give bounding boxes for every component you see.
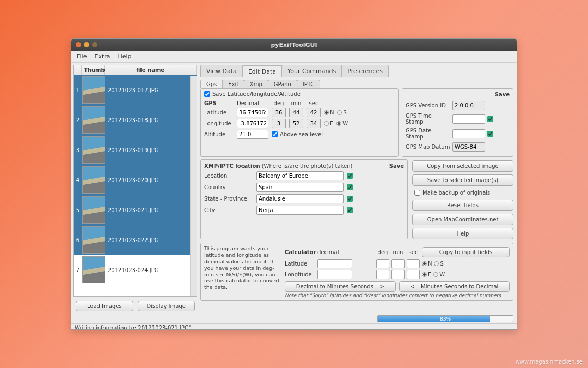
thumbnail-icon: [82, 76, 105, 104]
save-location-checkbox[interactable]: [347, 173, 353, 179]
thumbnail-icon: [82, 256, 105, 283]
calculator-group: This program wants your latitude and lon…: [200, 243, 513, 301]
backup-checkbox[interactable]: [414, 190, 420, 196]
calculator-note: Note that "South" latitudes and "West" l…: [285, 293, 510, 298]
save-ds-checkbox[interactable]: [487, 131, 493, 137]
dec-to-dms-button[interactable]: Decimal to Minutes-Seconds =>: [285, 281, 396, 292]
table-row[interactable]: 720121023-024.JPG: [74, 255, 197, 285]
display-image-button[interactable]: Display Image: [138, 301, 195, 311]
lon-w-radio[interactable]: W: [336, 120, 348, 126]
lon-deg[interactable]: [272, 119, 286, 128]
gps-timestamp-input[interactable]: [452, 114, 485, 124]
window-title: pyExifToolGUI: [271, 41, 317, 49]
subtab-gpano[interactable]: GPano: [268, 80, 297, 88]
table-row[interactable]: 520121023-021.JPG: [74, 195, 197, 225]
app-window: pyExifToolGUI File Extra Help Thumb file…: [71, 38, 517, 330]
page-credit: www.magasinmacken.se: [516, 359, 583, 365]
gps-datum-input[interactable]: [452, 142, 485, 152]
calc-lat-min[interactable]: [391, 259, 405, 268]
lat-sec[interactable]: [307, 108, 321, 117]
dms-to-dec-button[interactable]: <= Minutes-Seconds to Decimal: [399, 281, 510, 292]
save-state-checkbox[interactable]: [347, 196, 353, 202]
open-mapcoords-button[interactable]: Open MapCoordinates.net: [412, 214, 513, 225]
reset-fields-button[interactable]: Reset fields: [412, 200, 513, 211]
lat-min[interactable]: [289, 108, 303, 117]
calc-lon-sec[interactable]: [407, 270, 420, 279]
titlebar[interactable]: pyExifToolGUI: [71, 39, 517, 51]
alt-input[interactable]: [237, 130, 268, 139]
lon-min[interactable]: [289, 119, 303, 128]
save-to-images-button[interactable]: Save to selected image(s): [412, 174, 513, 186]
subtab-iptc[interactable]: IPTC: [297, 80, 320, 88]
col-filename[interactable]: file name: [105, 65, 197, 75]
calc-lon-min[interactable]: [391, 270, 405, 279]
save-ts-checkbox[interactable]: [487, 116, 493, 122]
gps-meta-group: Save GPS Version ID GPS Time Stamp GPS D…: [402, 88, 513, 157]
filename-cell: 20121023-020.JPG: [106, 177, 197, 183]
tab-your-commands[interactable]: Your Commands: [281, 65, 342, 77]
thumbnail-icon: [82, 166, 105, 194]
load-images-button[interactable]: Load Images: [76, 301, 133, 311]
filename-cell: 20121023-021.JPG: [106, 207, 197, 213]
lon-e-radio[interactable]: E: [324, 120, 333, 126]
menu-extra[interactable]: Extra: [94, 53, 110, 60]
table-row[interactable]: 120121023-017.JPG: [74, 75, 197, 105]
col-thumb[interactable]: Thumb: [82, 65, 105, 75]
lat-s-radio[interactable]: S: [337, 110, 346, 116]
lat-deg[interactable]: [272, 108, 286, 117]
menu-help[interactable]: Help: [118, 53, 131, 60]
above-sea-checkbox[interactable]: [272, 131, 278, 137]
thumbnail-icon: [82, 106, 105, 134]
calc-lat-deg[interactable]: [376, 259, 389, 268]
gps-coords-group: Save Latitude/longitude/Altitude GPS Dec…: [200, 88, 399, 157]
subtab-exif[interactable]: Exif: [222, 80, 244, 88]
lat-n-radio[interactable]: N: [324, 110, 334, 116]
minimize-icon[interactable]: [84, 42, 89, 47]
progress-bar: 83%: [377, 315, 513, 322]
calc-lon-deg[interactable]: [376, 270, 389, 279]
file-table: Thumb file name 120121023-017.JPG2201210…: [74, 65, 197, 297]
subtab-gps[interactable]: Gps: [200, 80, 223, 88]
status-bar: Writing information to: 20121023-021.JPG…: [71, 323, 517, 330]
table-row[interactable]: 420121023-020.JPG: [74, 165, 197, 195]
city-input[interactable]: [256, 206, 344, 215]
subtab-xmp[interactable]: Xmp: [244, 80, 268, 88]
gps-datestamp-input[interactable]: [452, 129, 485, 138]
calc-copy-button[interactable]: Copy to input fields: [422, 247, 510, 257]
calc-lat-sec[interactable]: [407, 259, 420, 268]
help-button[interactable]: Help: [412, 228, 513, 239]
lon-sec[interactable]: [307, 119, 321, 128]
location-input[interactable]: [256, 171, 344, 180]
calc-lon-w-radio[interactable]: W: [433, 272, 445, 277]
tab-edit-data[interactable]: Edit Data: [242, 65, 282, 77]
calc-lon-e-radio[interactable]: E: [422, 272, 431, 277]
calc-lat-s-radio[interactable]: S: [434, 261, 443, 267]
calc-lat-n-radio[interactable]: N: [422, 261, 432, 267]
lon-decimal-input[interactable]: [237, 119, 268, 128]
state-input[interactable]: [256, 194, 344, 203]
menu-file[interactable]: File: [77, 53, 87, 60]
save-country-checkbox[interactable]: [347, 184, 353, 190]
save-lla-checkbox[interactable]: [204, 91, 210, 97]
tab-view-data[interactable]: View Data: [200, 65, 243, 77]
country-input[interactable]: [256, 183, 344, 192]
menubar: File Extra Help: [71, 51, 517, 63]
table-row[interactable]: 220121023-018.JPG: [74, 105, 197, 135]
calc-lon-dec[interactable]: [317, 270, 352, 279]
thumbnail-icon: [82, 196, 105, 224]
maximize-icon[interactable]: [92, 42, 97, 47]
lat-decimal-input[interactable]: [237, 108, 268, 117]
thumbnail-icon: [82, 136, 105, 164]
thumbnail-icon: [82, 226, 105, 254]
copy-from-image-button[interactable]: Copy from selected image: [412, 160, 513, 172]
filename-cell: 20121023-017.JPG: [106, 87, 197, 93]
save-city-checkbox[interactable]: [347, 207, 353, 213]
gps-version-input[interactable]: [452, 101, 485, 110]
filename-cell: 20121023-019.JPG: [106, 147, 197, 153]
table-scrollbar[interactable]: [190, 76, 197, 296]
table-row[interactable]: 320121023-019.JPG: [74, 135, 197, 165]
tab-preferences[interactable]: Preferences: [341, 65, 389, 77]
calc-lat-dec[interactable]: [317, 259, 352, 268]
close-icon[interactable]: [76, 42, 81, 47]
table-row[interactable]: 620121023-022.JPG: [74, 225, 197, 255]
